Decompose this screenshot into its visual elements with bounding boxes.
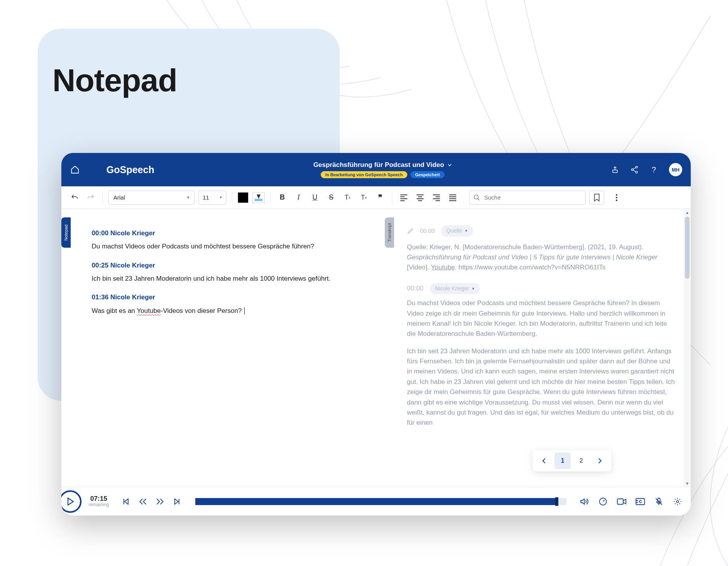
export-icon[interactable] (611, 165, 619, 174)
mic-off-button[interactable] (654, 497, 664, 506)
pager-page-1[interactable]: 1 (554, 453, 571, 469)
topbar: GoSpeech Gesprächsführung für Podcast un… (61, 153, 691, 186)
transcript-pane: 00:00 Quelle ▾ Quelle: Krieger, N. [Mode… (385, 209, 691, 487)
note-block: 00:00 Nicole Krieger Du machst Videos od… (92, 228, 360, 252)
align-justify-button[interactable] (447, 191, 459, 204)
note-text: Ich bin seit 23 Jahren Moderatorin und i… (92, 274, 360, 284)
vertical-scrollbar[interactable]: ▲ ▼ (684, 209, 691, 487)
note-heading: 01:36 Nicole Krieger (92, 292, 360, 302)
transport-controls (121, 497, 182, 507)
notepad-pane[interactable]: 00:00 Nicole Krieger Du machst Videos od… (61, 209, 385, 487)
sidetab-notepad[interactable]: Notepad (61, 217, 71, 248)
speaker-pill[interactable]: Nicole Krieger ▾ (430, 283, 480, 295)
svg-rect-0 (613, 170, 617, 173)
transcript-paragraph: Ich bin seit 23 Jahren Moderatorin und i… (407, 346, 675, 428)
quote-button[interactable]: ❞ (374, 191, 386, 204)
citation-link[interactable]: Youtube (431, 264, 455, 271)
strikethrough-button[interactable]: S (325, 191, 337, 204)
doc-badges: In Bearbeitung von GoSpeech Speech Gespe… (321, 171, 445, 178)
search-icon (473, 194, 480, 201)
pagination: 1 2 (533, 450, 611, 471)
svg-rect-4 (255, 199, 262, 201)
svg-rect-10 (617, 499, 623, 504)
note-block: 01:36 Nicole Krieger Was gibt es an Yout… (92, 292, 360, 316)
settings-button[interactable] (673, 497, 682, 506)
underline-button[interactable]: U (309, 191, 321, 204)
share-icon[interactable] (630, 165, 639, 174)
scroll-thumb[interactable] (685, 217, 690, 279)
topbar-center: Gesprächsführung für Podcast und Video I… (162, 161, 604, 178)
progress-fill (195, 498, 556, 505)
help-icon[interactable]: ? (650, 165, 658, 174)
source-timestamp: 00:00 (420, 226, 435, 235)
bookmark-button[interactable] (589, 191, 604, 205)
speed-button[interactable] (598, 497, 608, 506)
topbar-right: ? MH (611, 163, 682, 176)
progress-knob[interactable] (555, 497, 558, 506)
svg-point-6 (616, 194, 617, 196)
scroll-down-arrow[interactable]: ▼ (684, 480, 691, 487)
toolbar: Arial ▾ 11 ▾ B I U S Tx Tx ❞ (61, 186, 691, 209)
superscript-button[interactable]: Tx (358, 191, 370, 204)
skip-start-button[interactable] (121, 497, 131, 507)
subscript-button[interactable]: Tx (341, 191, 354, 204)
text-color-button[interactable] (238, 192, 248, 203)
font-family-select[interactable]: Arial ▾ (108, 191, 195, 205)
search-box[interactable] (469, 191, 586, 205)
note-text: Was gibt es an Youtube-Videos von dieser… (92, 306, 360, 316)
chevron-down-icon (447, 163, 452, 167)
pager-page-2[interactable]: 2 (573, 453, 589, 469)
source-pill[interactable]: Quelle ▾ (441, 225, 473, 237)
video-button[interactable] (617, 497, 626, 506)
redo-button[interactable] (85, 191, 97, 204)
note-text: Du machst Videos oder Podcasts und möcht… (92, 241, 360, 252)
play-button[interactable] (61, 490, 82, 513)
search-input[interactable] (484, 194, 581, 201)
segment-header: 00:00 Nicole Krieger ▾ (407, 283, 675, 295)
edit-icon[interactable] (407, 227, 414, 234)
font-size-value: 11 (203, 194, 209, 201)
doc-title[interactable]: Gesprächsführung für Podcast und Video (313, 161, 452, 169)
brand-label: GoSpeech (106, 164, 155, 175)
rewind-button[interactable] (138, 497, 148, 507)
highlight-color-button[interactable] (252, 192, 265, 203)
pager-prev-button[interactable] (536, 453, 552, 469)
note-heading: 00:00 Nicole Krieger (92, 228, 360, 238)
align-right-button[interactable] (430, 191, 443, 204)
time-label: remaining (89, 502, 109, 508)
badge-editing: In Bearbeitung von GoSpeech Speech (321, 171, 407, 178)
pager-next-button[interactable] (592, 453, 608, 469)
italic-button[interactable]: I (292, 191, 305, 204)
time-remaining: 07:15 remaining (89, 495, 109, 508)
svg-point-8 (616, 200, 617, 201)
chevron-down-icon: ▾ (465, 227, 467, 234)
app-window: GoSpeech Gesprächsführung für Podcast un… (61, 153, 691, 516)
chevron-down-icon: ▾ (220, 195, 222, 200)
svg-point-5 (474, 195, 478, 199)
progress-bar[interactable] (195, 498, 566, 505)
doc-title-text: Gesprächsführung für Podcast und Video (313, 161, 444, 169)
chevron-down-icon: ▾ (472, 285, 474, 292)
align-left-button[interactable] (398, 191, 410, 204)
home-icon[interactable] (70, 165, 80, 175)
svg-point-7 (616, 197, 617, 198)
bold-button[interactable]: B (276, 191, 288, 204)
volume-button[interactable] (580, 497, 589, 506)
time-value: 07:15 (90, 495, 107, 503)
skip-end-button[interactable] (172, 497, 182, 507)
more-menu-button[interactable] (610, 191, 623, 204)
avatar[interactable]: MH (669, 163, 682, 176)
toolbar-separator (103, 192, 103, 203)
captions-button[interactable] (636, 497, 645, 506)
undo-button[interactable] (68, 191, 81, 204)
scroll-up-arrow[interactable]: ▲ (684, 209, 691, 216)
align-center-button[interactable] (414, 191, 426, 204)
svg-rect-11 (636, 498, 645, 505)
forward-button[interactable] (155, 497, 165, 507)
content-area: Notepad Transkript 00:00 Nicole Krieger … (61, 209, 691, 487)
font-size-select[interactable]: 11 ▾ (198, 191, 226, 205)
toolbar-separator (270, 192, 271, 203)
note-block: 00:25 Nicole Krieger Ich bin seit 23 Jah… (92, 260, 360, 284)
segment-timestamp: 00:00 (407, 283, 424, 293)
svg-point-13 (676, 500, 679, 503)
